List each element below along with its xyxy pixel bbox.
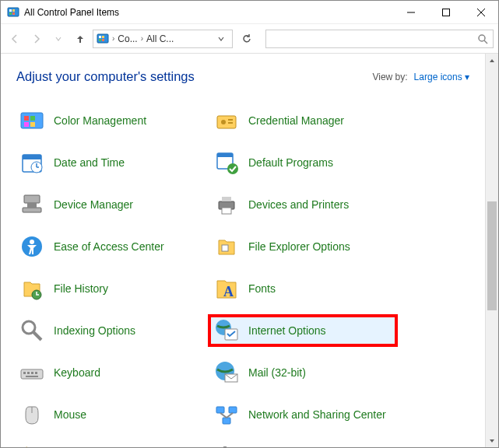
devices-and-printers-icon [214,192,239,217]
phone-and-modem-icon [19,444,44,447]
credential-manager-icon [214,108,239,133]
cp-item-label: Mail (32-bit) [248,366,306,379]
mouse-icon [19,402,44,427]
toolbar: › Co... › All C... [1,24,498,54]
cp-item-ease-of-access[interactable]: Ease of Access Center [16,233,211,260]
recent-dropdown[interactable] [49,30,68,48]
cp-item-label: Indexing Options [54,324,135,337]
page-heading: Adjust your computer's settings [16,69,372,84]
search-box[interactable] [265,30,494,48]
file-history-icon [19,276,44,301]
close-button[interactable] [463,1,498,23]
network-sharing-icon [214,402,239,427]
cp-item-color-management[interactable]: Color Management [16,107,211,134]
cp-item-power-options[interactable]: Power Options [211,443,406,447]
cp-item-label: Date and Time [54,156,125,169]
cp-item-label: File History [54,282,108,295]
up-button[interactable] [71,30,90,48]
search-input[interactable] [271,33,477,44]
scroll-thumb[interactable] [487,201,497,310]
minimize-button[interactable] [393,1,428,23]
cp-item-mouse[interactable]: Mouse [16,401,211,428]
window: All Control Panel Items › Co... › All C.… [0,0,499,448]
fonts-icon [214,276,239,301]
address-bar[interactable]: › Co... › All C... [93,30,233,48]
search-icon[interactable] [477,33,488,44]
titlebar: All Control Panel Items [1,1,498,24]
cp-item-label: Mouse [54,408,86,421]
cp-item-label: Color Management [54,114,146,127]
cp-item-label: Device Manager [54,198,133,211]
cp-item-label: Keyboard [54,366,100,379]
cp-item-credential-manager[interactable]: Credential Manager [211,107,406,134]
back-button[interactable] [5,30,24,48]
window-title: All Control Panel Items [24,7,393,18]
scroll-up-button[interactable] [486,54,498,67]
viewby-label: View by: [372,72,407,82]
default-programs-icon [214,150,239,175]
cp-item-label: Internet Options [248,324,326,337]
power-options-icon [214,444,239,447]
mail-icon [214,360,239,385]
scroll-down-button[interactable] [486,434,498,447]
ease-of-access-icon [19,234,44,259]
cp-item-indexing-options[interactable]: Indexing Options [16,317,211,344]
maximize-button[interactable] [428,1,463,23]
date-and-time-icon [19,150,44,175]
cp-item-label: Devices and Printers [248,198,349,211]
cp-item-internet-options[interactable]: Internet Options [211,317,395,344]
cp-item-label: File Explorer Options [248,240,350,253]
device-manager-icon [19,192,44,217]
cp-item-phone-and-modem[interactable]: Phone and Modem [16,443,211,447]
vertical-scrollbar[interactable] [485,54,498,447]
breadcrumb-sep-icon: › [112,34,114,43]
color-management-icon [19,108,44,133]
control-panel-breadcrumb-icon [97,33,109,45]
cp-item-devices-and-printers[interactable]: Devices and Printers [211,191,406,218]
viewby-dropdown[interactable]: Large icons ▾ [414,72,469,82]
cp-item-file-history[interactable]: File History [16,275,211,302]
cp-item-label: Network and Sharing Center [248,408,386,421]
content-area: Adjust your computer's settings View by:… [1,54,485,447]
svg-point-59 [479,35,485,41]
cp-item-network-sharing[interactable]: Network and Sharing Center [211,401,406,428]
cp-item-keyboard[interactable]: Keyboard [16,359,211,386]
svg-rect-56 [442,9,449,16]
cp-item-fonts[interactable]: Fonts [211,275,406,302]
cp-item-file-explorer-options[interactable]: File Explorer Options [211,233,406,260]
control-panel-app-icon [7,6,19,19]
cp-item-label: Credential Manager [248,114,344,127]
cp-item-label: Default Programs [248,156,333,169]
cp-item-label: Fonts [248,282,276,295]
svg-line-60 [484,40,487,44]
indexing-options-icon [19,318,44,343]
forward-button[interactable] [27,30,46,48]
cp-item-label: Ease of Access Center [54,240,164,253]
cp-item-date-and-time[interactable]: Date and Time [16,149,211,176]
breadcrumb-sep-icon: › [141,34,143,43]
cp-item-mail[interactable]: Mail (32-bit) [211,359,406,386]
cp-item-device-manager[interactable]: Device Manager [16,191,211,218]
refresh-button[interactable] [236,30,258,48]
cp-item-default-programs[interactable]: Default Programs [211,149,406,176]
keyboard-icon [19,360,44,385]
breadcrumb-crumb-1[interactable]: Co... [118,33,137,44]
file-explorer-options-icon [214,234,239,259]
internet-options-icon [214,318,239,343]
breadcrumb-crumb-2[interactable]: All C... [146,33,174,44]
address-dropdown[interactable] [213,35,229,43]
